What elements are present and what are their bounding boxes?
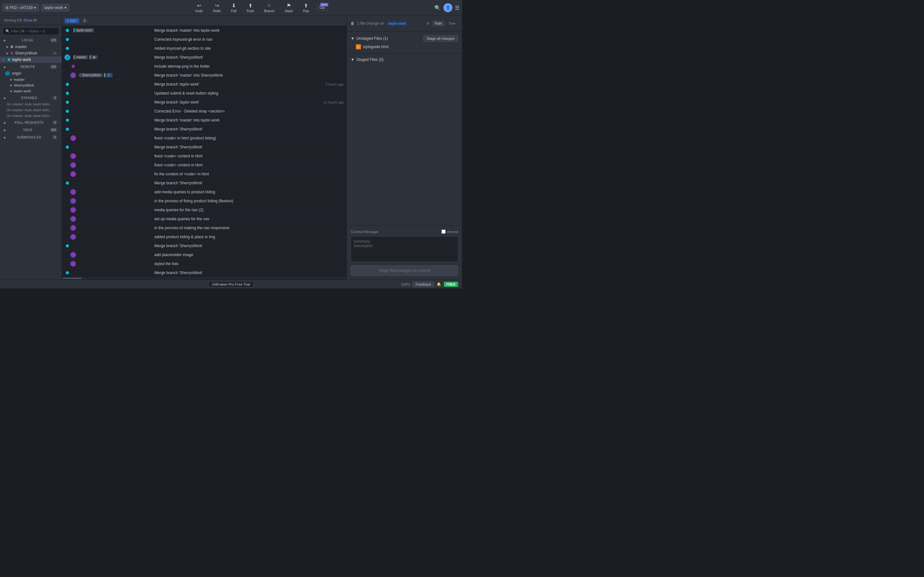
table-row[interactable]: Added #synced-git section to site: [62, 44, 347, 53]
graph-content[interactable]: taylor-workMerge branch 'master' into ta…: [62, 26, 347, 277]
pull-button[interactable]: ⬇ Pull: [228, 1, 239, 14]
push-button[interactable]: ⬆ Push: [244, 1, 257, 14]
table-row[interactable]: 👤media queries for the nav (2): [62, 205, 347, 214]
expand-icon[interactable]: ⤢: [426, 21, 430, 26]
sidebar-item-taylor-work[interactable]: taylor-work: [0, 56, 61, 63]
search-box[interactable]: 🔍 Filter (⌘ + Option + f): [3, 27, 59, 35]
remote-sherry-label: SherrysWork: [14, 83, 34, 87]
branch-button[interactable]: ⑂ Branch: [262, 2, 277, 14]
table-row[interactable]: Merge branch 'SherrysWork': [62, 242, 347, 250]
menu-icon[interactable]: ☰: [455, 5, 459, 11]
feedback-button[interactable]: Feedback: [413, 282, 434, 287]
sidebar-item-master[interactable]: ▶ master: [0, 44, 61, 50]
local-section-header[interactable]: ▶ LOCAL 2/3: [0, 36, 61, 44]
commit-summary-input[interactable]: [351, 236, 458, 262]
main-area: Viewing 5/6 Show All 🔍 Filter (⌘ + Optio…: [0, 16, 462, 279]
glo-badge[interactable]: Glo Soon: [317, 5, 328, 11]
remote-taylor-label: taylor-work: [14, 89, 31, 93]
amend-input[interactable]: [441, 229, 446, 234]
table-row[interactable]: taylor-workMerge branch 'master' into ta…: [62, 26, 347, 35]
commit-message: Merge branch 'SherrysWork': [152, 181, 347, 185]
remote-section-header[interactable]: ▶ REMOTE 3/3: [0, 63, 61, 70]
repo-selector[interactable]: ⊞ P02---IAT339 ▾: [3, 4, 39, 11]
origin-label: origin: [12, 71, 21, 76]
table-row[interactable]: Corrected #synced-git error in nav: [62, 35, 347, 44]
stash-icon: ⚑: [286, 3, 291, 9]
show-all-link[interactable]: Show All: [23, 18, 37, 22]
pull-requests-section-header[interactable]: ▶ PULL REQUESTS 0: [0, 119, 61, 126]
horizontal-scrollbar[interactable]: [62, 277, 347, 279]
table-row[interactable]: Merge branch 'SherrysWork': [62, 179, 347, 187]
table-row[interactable]: Merge branch 'SherrysWork': [62, 268, 347, 277]
table-row[interactable]: Merge branch 'SherrysWork': [62, 125, 347, 134]
table-row[interactable]: 👤set up media queries for the nav: [62, 214, 347, 223]
amend-checkbox[interactable]: Amend: [441, 229, 458, 234]
wip-tag[interactable]: // WIP: [65, 18, 79, 23]
file-change-text: 1 file change on: [357, 21, 384, 26]
stage-all-button[interactable]: Stage all changes: [423, 35, 458, 42]
sidebar-item-remote-taylor[interactable]: ▶ taylor-work: [0, 88, 61, 94]
sidebar-item-sherryswork[interactable]: ▶ SherrysWork 14↑: [0, 50, 61, 56]
table-row[interactable]: 👤in the process of fixing product listin…: [62, 197, 347, 205]
branch-name: taylor-work: [44, 5, 63, 10]
table-row[interactable]: Corrected Error - Deleted stray <section…: [62, 107, 347, 116]
stash-item-1[interactable]: On master: Auto stash befo...: [0, 101, 61, 107]
branch-chevron: ▾: [65, 5, 66, 10]
tree-view-btn[interactable]: Tree: [446, 21, 458, 26]
commit-message: add media queries to product listing: [152, 190, 347, 194]
stash-button[interactable]: ⚑ Stash: [282, 1, 296, 14]
file-item-styleguide[interactable]: H styleguide.html: [347, 43, 462, 51]
grid-icon: ⊞: [5, 5, 9, 10]
table-row[interactable]: 👤added product listing & place in img: [62, 232, 347, 242]
table-row[interactable]: Merge branch 'taylor-work'12 hours ago: [62, 98, 347, 107]
search-icon[interactable]: 🔍: [435, 5, 441, 11]
unstaged-toggle[interactable]: ▼ Unstaged Files (1) Stage all changes: [347, 34, 462, 43]
push-label: Push: [247, 9, 254, 13]
stash-item-3[interactable]: On master: Auto stash befo...: [0, 113, 61, 119]
branch-selector[interactable]: taylor-work ▾: [41, 4, 69, 11]
undo-label: Undo: [195, 9, 203, 13]
avatar[interactable]: 👤: [443, 3, 452, 12]
commit-message: Corrected #synced-git error in nav: [152, 37, 347, 42]
table-row[interactable]: 👤add placeholder image: [62, 250, 347, 259]
table-row[interactable]: 👤SherrysWork👤Merge branch 'master' into …: [62, 71, 347, 80]
trash-icon[interactable]: 🗑: [351, 21, 355, 26]
table-row[interactable]: 👤fixed <code> content in html: [62, 152, 347, 161]
branch-dot-sherry: [11, 52, 13, 55]
commit-message: added product listing & place in img: [152, 235, 347, 239]
submodules-section-header[interactable]: ▶ SUBMODULES 0: [0, 133, 61, 141]
table-row[interactable]: Merge branch 'master' into taylor-work: [62, 116, 347, 125]
sidebar-item-origin[interactable]: 🌐 origin: [0, 70, 61, 77]
table-row[interactable]: Merge branch 'SherrysWork': [62, 143, 347, 152]
table-row[interactable]: include sitemap.png in the folder: [62, 62, 347, 71]
sidebar-header: Viewing 5/6 Show All: [0, 16, 61, 25]
stashes-collapse-icon: ▶: [4, 97, 6, 100]
stash-item-2[interactable]: On master: Auto stash befo...: [0, 107, 61, 113]
pop-button[interactable]: ⬆ Pop: [300, 1, 312, 14]
search-placeholder: Filter (⌘ + Option + f): [11, 29, 45, 33]
submodules-collapse-icon: ▶: [4, 136, 6, 139]
commit-message: Merge branch 'SherrysWork': [152, 127, 347, 131]
path-view-btn[interactable]: Path: [432, 21, 445, 26]
sidebar: Viewing 5/6 Show All 🔍 Filter (⌘ + Optio…: [0, 16, 62, 279]
undo-button[interactable]: ↩ Undo: [192, 1, 205, 14]
staged-toggle[interactable]: ▼ Staged Files (0): [347, 56, 462, 63]
sidebar-item-remote-master[interactable]: ▶ master: [0, 77, 61, 82]
table-row[interactable]: 👤master🖥Merge branch 'SheryysWork': [62, 53, 347, 62]
scrollbar-thumb[interactable]: [63, 277, 82, 279]
commit-message: fixed <code> content in html: [152, 154, 347, 158]
table-row[interactable]: 👤in the porcess of making the nav respon…: [62, 223, 347, 232]
table-row[interactable]: Updated submit & reset button styling: [62, 89, 347, 98]
search-area: 🔍 Filter (⌘ + Option + f): [0, 25, 61, 36]
table-row[interactable]: 👤fixed <code> content in html: [62, 161, 347, 169]
stashes-section-header[interactable]: ▶ STASHES 3: [0, 94, 61, 101]
table-row[interactable]: 👤fixed <code> in html (product listing): [62, 134, 347, 143]
table-row[interactable]: Merge branch 'taylor-work'3 hours ago: [62, 80, 347, 89]
table-row[interactable]: 👤fix the content of <code> in html: [62, 169, 347, 179]
sidebar-item-remote-sherry[interactable]: ▶ SherrysWork: [0, 82, 61, 88]
table-row[interactable]: 👤styled the lists: [62, 259, 347, 268]
tags-section-header[interactable]: ▶ TAGS 0/0: [0, 126, 61, 133]
table-row[interactable]: 👤add media queries to product listing: [62, 187, 347, 197]
pull-label: Pull: [231, 9, 236, 13]
redo-button[interactable]: ↪ Redo: [210, 1, 223, 14]
